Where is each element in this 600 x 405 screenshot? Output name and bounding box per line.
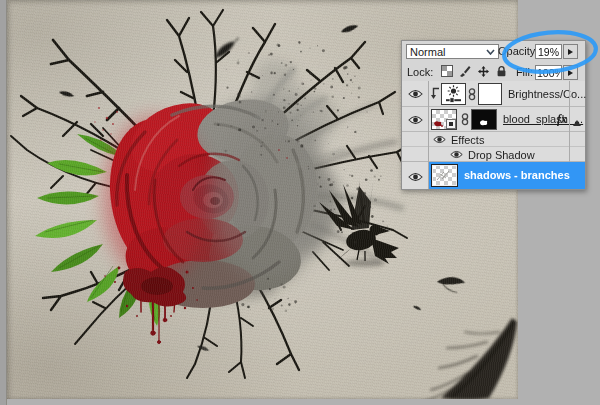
visibility-toggle[interactable] [406, 113, 425, 127]
layer-thumbnail[interactable] [431, 164, 458, 187]
move-icon [477, 65, 490, 78]
brush-icon [459, 65, 471, 77]
photoshop-workspace: { "colors": { "selection_blue": "#3296f5… [0, 0, 600, 405]
eye-icon [433, 135, 446, 144]
layer-row-blood-splash[interactable]: blood_splash_... fx [402, 107, 585, 132]
clipping-mask-icon [430, 87, 440, 100]
collapse-effects-button[interactable] [571, 116, 583, 130]
layer-row-brightness-contrast[interactable]: Brightness/Co... [402, 81, 585, 107]
visibility-toggle[interactable] [406, 87, 425, 101]
chevron-down-icon [486, 49, 495, 55]
lock-label: Lock: [407, 65, 433, 80]
layer-name[interactable]: Brightness/Co... [508, 88, 586, 100]
fill-spinner-button[interactable] [563, 65, 578, 80]
visibility-toggle[interactable] [432, 134, 447, 145]
eye-icon [408, 172, 423, 182]
layer-mask-thumbnail[interactable] [478, 83, 502, 105]
eye-icon [450, 150, 463, 159]
fill-label: Fill: [498, 65, 533, 80]
shadow-branches-mini [432, 165, 457, 186]
effects-row[interactable]: Effects [402, 132, 585, 147]
workspace-left-strip [0, 0, 7, 405]
effects-label: Effects [451, 134, 484, 146]
lock-transparent-pixels-button[interactable] [440, 64, 454, 78]
triangle-up-icon [573, 120, 581, 126]
fx-badge-icon[interactable]: fx [557, 112, 567, 127]
eye-icon [408, 89, 423, 99]
link-icon [461, 113, 469, 126]
right-arrow-icon [568, 70, 573, 76]
opacity-input[interactable] [535, 44, 562, 59]
blend-mode-select[interactable]: Normal [406, 44, 499, 59]
checkerboard-icon [441, 65, 453, 77]
mask-splash-mini [472, 110, 496, 129]
opacity-label: Opacity: [498, 44, 533, 59]
adjustment-thumbnail[interactable] [441, 83, 466, 105]
layer-name[interactable]: shadows - branches [464, 169, 570, 181]
eye-icon [408, 115, 423, 125]
brightness-contrast-icon [442, 84, 465, 104]
visibility-toggle[interactable] [406, 170, 425, 184]
smart-object-badge-icon [446, 119, 456, 129]
right-arrow-icon [568, 49, 573, 55]
blend-mode-value: Normal [410, 46, 486, 58]
lock-position-button[interactable] [476, 64, 490, 78]
eye-column-divider [428, 81, 429, 189]
visibility-toggle[interactable] [449, 149, 464, 160]
corner-feather [423, 318, 517, 399]
layer-row-shadows-branches[interactable]: shadows - branches [402, 162, 585, 189]
arrow-column-divider [569, 81, 570, 162]
drop-shadow-row[interactable]: Drop Shadow [402, 147, 585, 162]
fill-input[interactable] [535, 65, 562, 80]
link-icon [468, 88, 476, 101]
lock-image-pixels-button[interactable] [458, 64, 472, 78]
layers-panel: Normal Opacity: Lock: [401, 40, 586, 190]
smart-object-thumbnail[interactable] [431, 109, 457, 130]
opacity-spinner-button[interactable] [563, 44, 578, 59]
layer-list: Brightness/Co... [402, 81, 585, 189]
layer-mask-thumbnail[interactable] [471, 109, 497, 130]
drop-shadow-label: Drop Shadow [468, 149, 535, 161]
